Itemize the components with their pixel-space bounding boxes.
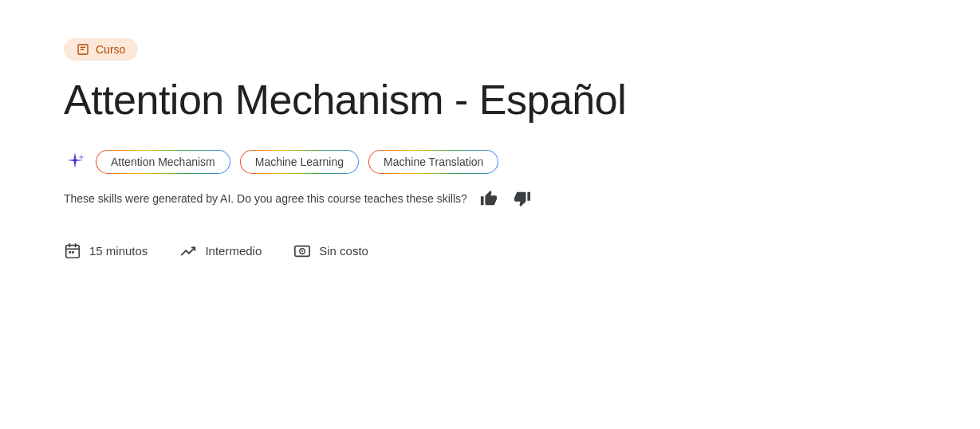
svg-rect-1: [81, 47, 86, 48]
svg-rect-7: [69, 251, 71, 254]
page-title: Attention Mechanism - Español: [64, 77, 626, 124]
svg-point-11: [301, 250, 303, 252]
skill-tag-machine-learning[interactable]: Machine Learning: [240, 150, 359, 174]
skills-row: Attention Mechanism Machine Learning Mac…: [64, 150, 626, 174]
svg-rect-2: [81, 49, 85, 49]
meta-level: Intermedio: [179, 242, 262, 260]
feedback-text: These skills were generated by AI. Do yo…: [64, 192, 467, 205]
thumbs-up-icon: [480, 190, 498, 207]
meta-row: 15 minutos Intermedio Sin costo: [64, 242, 626, 260]
duration-value: 15 minutos: [89, 244, 148, 258]
curso-badge: Curso: [64, 38, 138, 61]
calendar-icon: [64, 242, 81, 260]
meta-duration: 15 minutos: [64, 242, 148, 260]
ai-sparkle-icon: [64, 151, 86, 173]
skill-tag-attention-mechanism[interactable]: Attention Mechanism: [96, 150, 230, 174]
trend-icon: [179, 242, 197, 260]
level-value: Intermedio: [205, 244, 262, 258]
meta-cost: Sin costo: [293, 242, 368, 260]
cost-value: Sin costo: [319, 244, 368, 258]
main-container: Curso Attention Mechanism - Español Atte…: [0, 0, 690, 298]
curso-badge-label: Curso: [96, 43, 125, 56]
thumbs-down-icon: [514, 190, 531, 207]
ai-feedback-row: These skills were generated by AI. Do yo…: [64, 187, 626, 211]
thumbs-down-button[interactable]: [510, 187, 534, 211]
course-icon: [77, 43, 89, 56]
skill-tag-machine-translation[interactable]: Machine Translation: [368, 150, 498, 174]
svg-rect-8: [72, 251, 74, 254]
thumbs-up-button[interactable]: [477, 187, 501, 211]
video-icon: [293, 242, 311, 260]
